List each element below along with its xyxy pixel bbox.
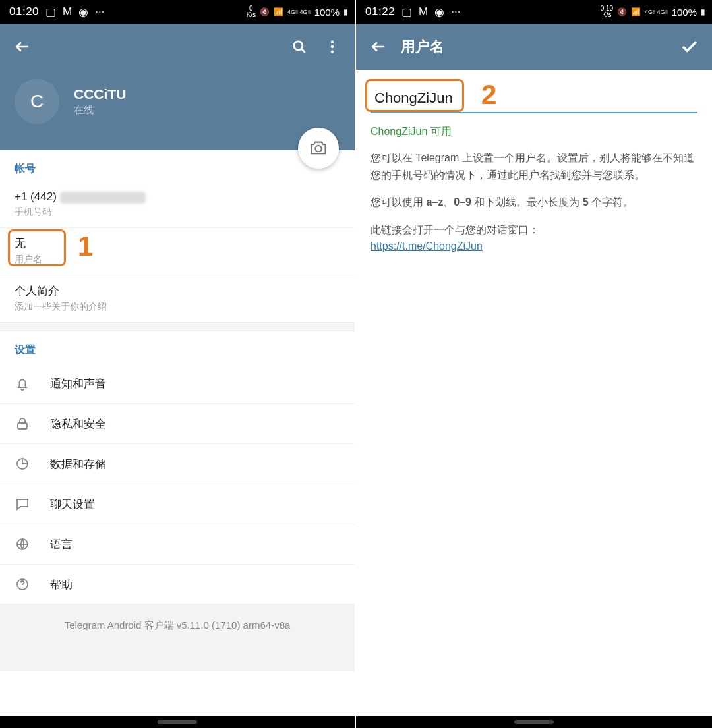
battery-percent: 100% bbox=[314, 7, 340, 18]
confirm-button[interactable] bbox=[676, 34, 703, 60]
image-icon: ▢ bbox=[401, 5, 412, 19]
settings-data[interactable]: 数据和存储 bbox=[0, 444, 355, 484]
phone-label: 手机号码 bbox=[15, 206, 340, 218]
username-screen: 01:22 ▢ M ◉ ··· 0.10 K/s 🔇 📶 4G⫴ 4G⫴ 100… bbox=[356, 0, 712, 728]
signal-icon: 4G⫴ 4G⫴ bbox=[645, 9, 668, 16]
chat-icon: ◉ bbox=[434, 5, 444, 19]
profile-header: C CCCiTU 在线 bbox=[0, 70, 355, 150]
back-button[interactable] bbox=[9, 34, 36, 60]
username-link[interactable]: https://t.me/ChongZiJun bbox=[371, 240, 483, 252]
settings-label: 数据和存储 bbox=[50, 457, 106, 472]
settings-privacy[interactable]: 隐私和安全 bbox=[0, 404, 355, 444]
username-toolbar: 用户名 bbox=[356, 24, 712, 70]
status-time: 01:22 bbox=[365, 5, 395, 18]
nav-bar bbox=[0, 716, 355, 728]
settings-label: 聊天设置 bbox=[50, 497, 95, 512]
profile-name: CCCiTU bbox=[74, 86, 126, 102]
mail-icon: M bbox=[63, 5, 72, 18]
svg-point-4 bbox=[315, 146, 321, 152]
more-icon: ··· bbox=[451, 5, 460, 18]
settings-label: 隐私和安全 bbox=[50, 416, 106, 432]
settings-label: 通知和声音 bbox=[50, 376, 106, 391]
battery-icon: ▮ bbox=[701, 7, 705, 16]
image-icon: ▢ bbox=[45, 5, 56, 19]
section-settings: 设置 bbox=[0, 331, 355, 364]
settings-chat[interactable]: 聊天设置 bbox=[0, 484, 355, 524]
status-bar: 01:22 ▢ M ◉ ··· 0.10 K/s 🔇 📶 4G⫴ 4G⫴ 100… bbox=[356, 0, 712, 24]
divider bbox=[0, 322, 355, 331]
version-footer: Telegram Android 客户端 v5.11.0 (1710) arm6… bbox=[0, 605, 355, 671]
profile-toolbar bbox=[0, 24, 355, 70]
globe-icon bbox=[15, 536, 38, 552]
profile-status: 在线 bbox=[74, 104, 126, 117]
bio-sub: 添加一些关于你的介绍 bbox=[15, 301, 340, 313]
page-title: 用户名 bbox=[401, 37, 676, 57]
mute-icon: 🔇 bbox=[260, 7, 270, 16]
phone-row[interactable]: +1 (442) 手机号码 bbox=[0, 182, 355, 227]
username-available: ChongZiJun 可用 bbox=[371, 125, 697, 139]
settings-language[interactable]: 语言 bbox=[0, 524, 355, 565]
svg-point-1 bbox=[331, 40, 334, 43]
svg-rect-5 bbox=[18, 423, 27, 429]
help-icon bbox=[15, 576, 38, 592]
settings-notifications[interactable]: 通知和声音 bbox=[0, 364, 355, 404]
svg-point-0 bbox=[294, 42, 303, 50]
settings-screen: 01:20 ▢ M ◉ ··· 0 K/s 🔇 📶 4G⫴ 4G⫴ 100% ▮ bbox=[0, 0, 356, 728]
annotation-number-1: 1 bbox=[78, 231, 93, 262]
camera-fab[interactable] bbox=[298, 128, 339, 169]
avatar[interactable]: C bbox=[15, 79, 59, 124]
settings-label: 帮助 bbox=[50, 577, 73, 592]
network-speed: 0 K/s bbox=[247, 5, 256, 18]
pie-icon bbox=[15, 456, 38, 472]
username-row[interactable]: 无 用户名 1 bbox=[0, 227, 355, 275]
menu-button[interactable] bbox=[319, 34, 345, 60]
status-time: 01:20 bbox=[9, 5, 39, 18]
username-desc3: 此链接会打开一个与您的对话窗口： bbox=[371, 221, 697, 238]
username-desc2: 您可以使用 a–z、0–9 和下划线。最小长度为 5 个字符。 bbox=[371, 194, 697, 211]
username-desc1: 您可以在 Telegram 上设置一个用户名。设置后，别人将能够在不知道您的手机… bbox=[371, 150, 697, 183]
lock-icon bbox=[15, 416, 38, 432]
battery-icon: ▮ bbox=[343, 7, 348, 16]
wifi-icon: 📶 bbox=[631, 7, 641, 16]
battery-percent: 100% bbox=[672, 7, 697, 18]
svg-point-2 bbox=[331, 45, 334, 48]
bio-title: 个人简介 bbox=[15, 283, 340, 298]
network-speed: 0.10 K/s bbox=[601, 5, 613, 18]
phone-value: +1 (442) bbox=[15, 190, 340, 204]
signal-icon: 4G⫴ 4G⫴ bbox=[287, 9, 311, 16]
bell-icon bbox=[15, 376, 38, 391]
svg-point-3 bbox=[331, 50, 334, 53]
settings-help[interactable]: 帮助 bbox=[0, 565, 355, 605]
search-button[interactable] bbox=[286, 34, 312, 60]
annotation-box-1 bbox=[8, 229, 66, 266]
chat-bubble-icon bbox=[15, 496, 38, 512]
more-icon: ··· bbox=[95, 5, 104, 18]
mail-icon: M bbox=[419, 5, 428, 18]
back-button[interactable] bbox=[365, 34, 392, 60]
status-bar: 01:20 ▢ M ◉ ··· 0 K/s 🔇 📶 4G⫴ 4G⫴ 100% ▮ bbox=[0, 0, 355, 24]
username-body: 2 ChongZiJun 可用 您可以在 Telegram 上设置一个用户名。设… bbox=[356, 70, 712, 716]
wifi-icon: 📶 bbox=[274, 7, 283, 16]
bio-row[interactable]: 个人简介 添加一些关于你的介绍 bbox=[0, 275, 355, 322]
redacted-blur bbox=[60, 192, 146, 204]
annotation-box-2 bbox=[365, 79, 464, 112]
settings-label: 语言 bbox=[50, 537, 73, 552]
nav-bar bbox=[356, 716, 712, 728]
chat-icon: ◉ bbox=[78, 5, 88, 19]
annotation-number-2: 2 bbox=[481, 79, 496, 111]
mute-icon: 🔇 bbox=[617, 7, 627, 16]
content: 帐号 +1 (442) 手机号码 无 用户名 1 个人简介 添加一些关于你的介绍… bbox=[0, 150, 355, 716]
